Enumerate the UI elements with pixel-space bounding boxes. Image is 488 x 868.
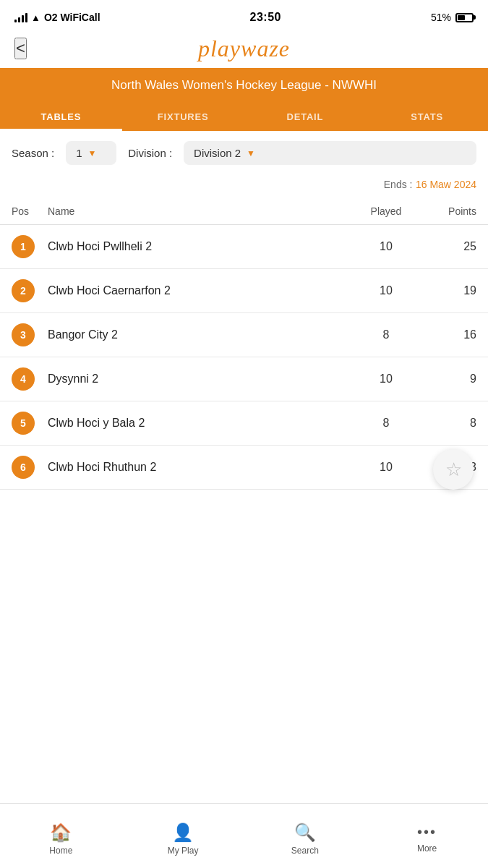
nav-home-label: Home [49, 846, 72, 856]
played-value: 10 [354, 284, 419, 297]
myplay-icon: 👤 [172, 822, 194, 843]
carrier-label: O2 WiFiCall [44, 12, 100, 23]
position-badge: 1 [12, 235, 35, 258]
league-title: North Wales Women's Hockey League - NWWH… [111, 78, 377, 92]
app-logo: playwaze [198, 35, 290, 62]
nav-myplay-label: My Play [168, 846, 199, 856]
tab-detail[interactable]: DETAIL [244, 103, 367, 131]
team-name: Dysynni 2 [48, 373, 354, 386]
tab-tables[interactable]: TABLES [0, 103, 122, 131]
points-value: 9 [419, 373, 476, 386]
status-bar: ▲ O2 WiFiCall 23:50 51% [0, 0, 488, 32]
played-value: 10 [354, 373, 419, 386]
season-arrow-icon: ▼ [88, 148, 97, 158]
position-badge: 2 [12, 279, 35, 302]
col-name-header: Name [48, 205, 354, 217]
ends-label: Ends : [384, 179, 413, 190]
team-name: Clwb Hoci y Bala 2 [48, 417, 354, 430]
division-arrow-icon: ▼ [247, 148, 255, 158]
home-icon: 🏠 [50, 822, 72, 843]
played-value: 10 [354, 461, 419, 474]
status-time: 23:50 [250, 11, 281, 24]
season-dropdown[interactable]: 1 ▼ [66, 141, 116, 165]
col-played-header: Played [354, 205, 419, 217]
table-row[interactable]: 3 Bangor City 2 8 16 [0, 313, 488, 357]
division-value: Division 2 [194, 147, 241, 159]
fab-container: ☆ [433, 449, 474, 490]
table-row[interactable]: 4 Dysynni 2 10 9 [0, 357, 488, 401]
tab-fixtures[interactable]: FIXTURES [122, 103, 244, 131]
standings-body: 1 Clwb Hoci Pwllheli 2 10 25 2 Clwb Hoci… [0, 225, 488, 490]
tabs-container: TABLES FIXTURES DETAIL STATS [0, 103, 488, 131]
table-row[interactable]: 6 Clwb Hoci Rhuthun 2 10 3 [0, 446, 488, 490]
played-value: 8 [354, 417, 419, 430]
position-badge: 5 [12, 412, 35, 435]
app-header: < playwaze [0, 32, 488, 68]
position-badge: 6 [12, 456, 35, 479]
points-value: 16 [419, 328, 476, 341]
status-right: 51% [431, 12, 474, 23]
table-row[interactable]: 2 Clwb Hoci Caernarfon 2 10 19 [0, 269, 488, 313]
col-pos-header: Pos [12, 205, 48, 217]
team-name: Clwb Hoci Caernarfon 2 [48, 284, 354, 297]
nav-home[interactable]: 🏠 Home [0, 804, 122, 868]
favorite-button[interactable]: ☆ [433, 449, 474, 490]
position-badge: 4 [12, 367, 35, 391]
points-value: 19 [419, 284, 476, 297]
nav-more-label: More [417, 843, 437, 854]
points-value: 8 [419, 417, 476, 430]
table-row[interactable]: 1 Clwb Hoci Pwllheli 2 10 25 [0, 225, 488, 269]
bottom-nav: 🏠 Home 👤 My Play 🔍 Search ••• More [0, 803, 488, 868]
points-value: 25 [419, 240, 476, 253]
season-label: Season : [12, 147, 54, 159]
division-dropdown[interactable]: Division 2 ▼ [184, 141, 476, 165]
division-label: Division : [128, 147, 172, 159]
played-value: 8 [354, 328, 419, 341]
ends-row: Ends : 16 Maw 2024 [0, 175, 488, 198]
table-header: Pos Name Played Points [0, 198, 488, 225]
signal-icon [14, 12, 27, 22]
league-banner: North Wales Women's Hockey League - NWWH… [0, 68, 488, 103]
filters-row: Season : 1 ▼ Division : Division 2 ▼ [0, 131, 488, 175]
search-icon: 🔍 [294, 822, 316, 843]
more-icon: ••• [417, 824, 437, 841]
tab-stats[interactable]: STATS [366, 103, 488, 131]
position-badge: 3 [12, 323, 35, 346]
nav-search[interactable]: 🔍 Search [244, 804, 367, 868]
battery-percent: 51% [431, 12, 451, 23]
nav-search-label: Search [291, 846, 319, 856]
star-icon: ☆ [445, 459, 462, 481]
wifi-icon: ▲ [31, 12, 40, 23]
nav-more[interactable]: ••• More [366, 804, 488, 868]
team-name: Clwb Hoci Rhuthun 2 [48, 461, 354, 474]
table-row[interactable]: 5 Clwb Hoci y Bala 2 8 8 [0, 401, 488, 446]
status-left: ▲ O2 WiFiCall [14, 12, 100, 23]
nav-myplay[interactable]: 👤 My Play [122, 804, 244, 868]
team-name: Clwb Hoci Pwllheli 2 [48, 240, 354, 253]
ends-date: 16 Maw 2024 [416, 179, 476, 190]
played-value: 10 [354, 240, 419, 253]
col-points-header: Points [419, 205, 476, 217]
season-value: 1 [76, 147, 82, 159]
battery-icon [455, 13, 474, 22]
back-button[interactable]: < [14, 38, 27, 59]
team-name: Bangor City 2 [48, 328, 354, 341]
